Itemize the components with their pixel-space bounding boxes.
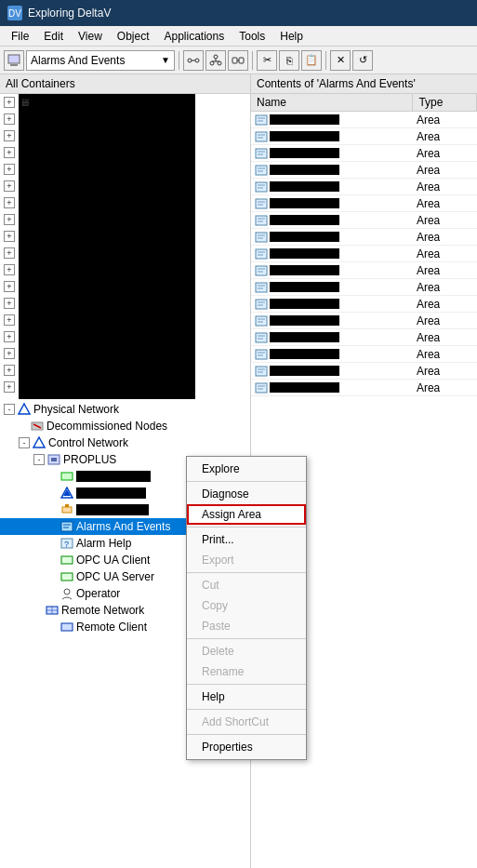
row-type-cell: Area [413,112,477,128]
table-row[interactable]: Area [251,179,477,195]
row-type-cell: Area [413,363,477,380]
expand-icon[interactable]: - [4,404,15,415]
toolbar-icon-btn[interactable] [4,50,24,71]
table-row[interactable]: Area [251,246,477,262]
tree-item-decommissioned[interactable]: Decommissioned Nodes [0,418,250,434]
container-dropdown[interactable]: Alarms And Events ▼ [26,50,175,71]
toolbar-btn-connect[interactable] [183,50,204,71]
tree-row[interactable]: + 🖥 [0,94,250,111]
expand-icon[interactable]: + [4,97,15,108]
menu-edit[interactable]: Edit [36,28,71,45]
toolbar-btn-refresh[interactable]: ↺ [352,50,373,71]
menu-file[interactable]: File [4,28,36,45]
tree-row[interactable]: + 🖥 [0,144,250,161]
tree-item-control-network[interactable]: - Control Network [0,434,250,451]
expand-icon[interactable]: + [4,180,15,192]
toolbar-btn-close[interactable]: ✕ [330,50,351,71]
tree-row[interactable]: + 🖥 [0,362,250,379]
context-menu-item[interactable]: Properties [187,737,306,757]
tree-row[interactable]: + 🖥 [0,278,250,295]
tree-row[interactable]: + 🖥 [0,228,250,245]
expand-icon[interactable]: - [19,437,30,448]
svg-rect-36 [61,623,73,631]
context-menu-item: Export [187,550,306,570]
table-row[interactable]: Area [251,313,477,329]
table-row[interactable]: Area [251,346,477,363]
tree-row[interactable]: + 🖥 [0,245,250,261]
table-row[interactable]: Area [251,229,477,246]
tree-item-physical-network[interactable]: - Physical Network [0,401,250,418]
svg-rect-12 [239,58,244,63]
expand-icon[interactable]: + [4,197,15,208]
expand-icon[interactable]: + [4,247,15,259]
table-row[interactable]: Area [251,279,477,296]
tree-row[interactable]: + 🖥 [0,161,250,178]
context-menu-item[interactable]: Explore [187,459,306,479]
expand-icon[interactable]: + [4,214,15,225]
expand-icon[interactable]: + [4,381,15,393]
tree-row[interactable]: + 🖥 [0,379,250,395]
toolbar-btn-copy[interactable]: ⎘ [279,50,299,71]
tree-row[interactable]: + 🖥 [0,295,250,312]
tree-row[interactable]: + 🖥 [0,211,250,228]
context-menu-item[interactable]: Diagnose [187,484,306,504]
table-row[interactable]: Area [251,145,477,162]
operator-icon [60,586,74,601]
row-type-cell: Area [413,329,477,346]
svg-rect-43 [256,149,267,158]
expand-icon[interactable]: + [4,264,15,275]
expand-icon[interactable]: + [4,164,15,175]
tree-row[interactable]: + 🖥 [0,261,250,278]
expand-icon[interactable]: + [4,298,15,309]
toolbar-btn-link[interactable] [228,50,248,71]
table-row[interactable]: Area [251,296,477,313]
context-menu-item: Add ShortCut [187,712,306,732]
context-menu-item: Delete [187,641,306,661]
table-row[interactable]: Area [251,212,477,229]
tree-row[interactable]: + 🖥 [0,194,250,211]
tree-row[interactable]: + 🖥 [0,178,250,194]
toolbar-btn-cut[interactable]: ✂ [257,50,277,71]
expand-icon[interactable]: + [4,114,15,125]
tree-row[interactable]: + 🖥 [0,111,250,127]
remote-network-icon [45,603,60,618]
menu-view[interactable]: View [71,28,110,45]
tree-row[interactable]: + 🖥 [0,328,250,345]
table-row[interactable]: Area [251,128,477,145]
expand-icon[interactable]: + [4,365,15,376]
table-row[interactable]: Area [251,195,477,212]
expand-icon[interactable]: + [4,314,15,326]
expand-icon[interactable]: + [4,231,15,242]
table-row[interactable]: Area [251,262,477,279]
tree-row[interactable]: + 🖥 [0,312,250,328]
expand-icon[interactable]: + [4,331,15,342]
expand-icon[interactable]: - [33,454,45,465]
context-menu-separator [187,527,306,527]
table-row[interactable]: Area [251,112,477,128]
context-menu-item[interactable]: Assign Area [187,504,306,525]
row-type-cell: Area [413,179,477,195]
node-icon: 🖥 [17,145,32,160]
expand-icon[interactable]: + [4,130,15,141]
menu-applications[interactable]: Applications [157,28,232,45]
alarms-icon [60,519,74,534]
context-menu-item[interactable]: Help [187,687,306,707]
row-type-cell: Area [413,313,477,329]
expand-icon[interactable]: + [4,147,15,158]
alarm-help-label: Alarm Help [76,537,131,550]
menu-object[interactable]: Object [110,28,157,45]
toolbar-btn-tree[interactable] [205,50,226,71]
table-row[interactable]: Area [251,329,477,346]
toolbar-sep-1 [179,51,179,70]
expand-icon[interactable]: + [4,281,15,292]
toolbar-btn-paste[interactable]: 📋 [301,50,322,71]
table-row[interactable]: Area [251,162,477,179]
tree-row[interactable]: + 🖥 [0,127,250,144]
context-menu-item[interactable]: Print... [187,529,306,550]
table-row[interactable]: Area [251,380,477,396]
menu-tools[interactable]: Tools [232,28,272,45]
expand-icon[interactable]: + [4,348,15,359]
tree-row[interactable]: + 🖥 [0,345,250,362]
table-row[interactable]: Area [251,363,477,380]
menu-help[interactable]: Help [272,28,311,45]
